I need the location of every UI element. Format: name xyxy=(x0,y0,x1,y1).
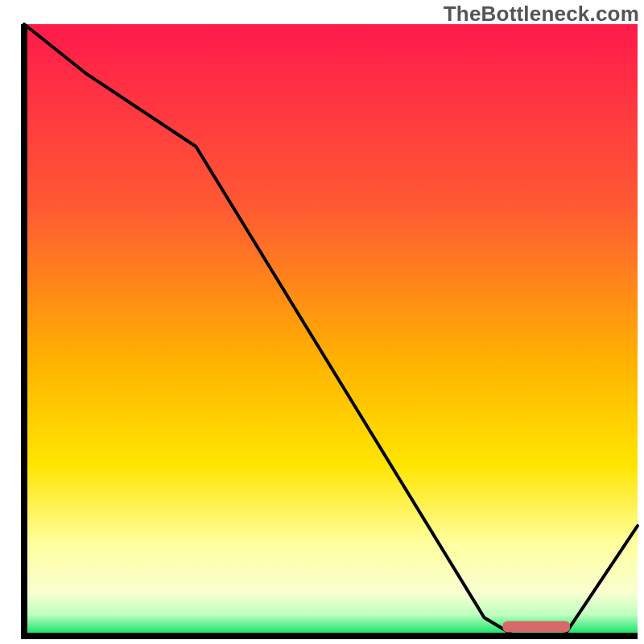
plot-background xyxy=(24,24,638,636)
bottleneck-chart xyxy=(0,0,644,644)
chart-container: TheBottleneck.com xyxy=(0,0,644,644)
watermark-text: TheBottleneck.com xyxy=(444,2,639,27)
optimum-marker xyxy=(502,621,570,633)
